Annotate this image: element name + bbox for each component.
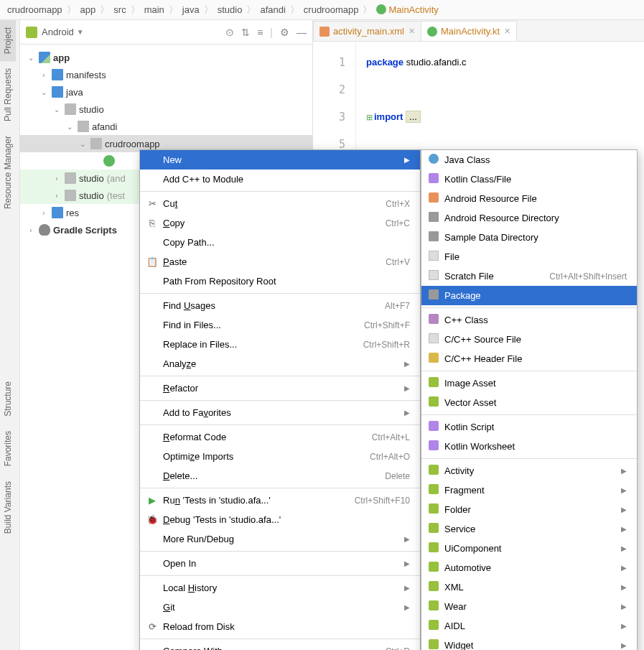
menu-xml[interactable]: XML▶ (421, 577, 637, 597)
submenu-arrow-icon: ▶ (621, 486, 627, 494)
menu-activity[interactable]: Activity▶ (421, 461, 637, 480)
crumb-crudroomapp[interactable]: crudroomapp (6, 4, 64, 15)
menu-c-c-header-file[interactable]: C/C++ Header File (421, 349, 637, 368)
rail-favorites[interactable]: Favorites (0, 424, 16, 473)
tree-manifests[interactable]: ›manifests (20, 66, 312, 83)
menu-label: Optimize Imports (163, 451, 355, 462)
menu-reformat-code[interactable]: Reformat CodeCtrl+Alt+L (140, 427, 420, 447)
rail-project[interactable]: Project (0, 20, 16, 61)
submenu-arrow-icon: ▶ (404, 360, 410, 368)
menu-java-class[interactable]: Java Class (421, 150, 637, 170)
menu-folder[interactable]: Folder▶ (421, 500, 637, 519)
collapse-icon[interactable]: ≡ (257, 27, 263, 38)
menu-copy-path-[interactable]: Copy Path... (140, 233, 420, 252)
menu-analyze[interactable]: Analyze▶ (140, 354, 420, 373)
menu-git[interactable]: Git▶ (140, 598, 420, 617)
menu-kotlin-class-file[interactable]: Kotlin Class/File (421, 170, 637, 189)
menu-delete-[interactable]: Delete...Delete (140, 466, 420, 486)
crumb-app[interactable]: app (79, 4, 98, 15)
minimize-icon[interactable]: — (297, 27, 307, 38)
breadcrumb[interactable]: crudroomapp〉app〉src〉main〉java〉studio〉afa… (0, 0, 644, 20)
menu-paste[interactable]: 📋PasteCtrl+V (140, 252, 420, 271)
menu-vector-asset[interactable]: Vector Asset (421, 393, 637, 412)
menu-kotlin-worksheet[interactable]: Kotlin Worksheet (421, 437, 637, 456)
fold-icon[interactable]: ⊞ (366, 113, 373, 121)
menu-aidl[interactable]: AIDL▶ (421, 616, 637, 636)
menu-compare-with-[interactable]: →←Compare With...Ctrl+D (140, 641, 420, 650)
menu-reload-from-disk[interactable]: ⟳Reload from Disk (140, 617, 420, 636)
dropdown-icon[interactable]: ▼ (77, 28, 84, 36)
tree-afandi[interactable]: ⌄afandi (20, 118, 312, 135)
menu-android-resource-file[interactable]: Android Resource File (421, 189, 637, 208)
menu-new[interactable]: New▶ (140, 150, 420, 170)
menu-add-to-favorites[interactable]: Add to Favorites▶ (140, 403, 420, 422)
menu-file[interactable]: File (421, 247, 637, 266)
menu-refactor[interactable]: Refactor▶ (140, 379, 420, 398)
crumb-studio[interactable]: studio (216, 4, 244, 15)
crumb-src[interactable]: src (112, 4, 127, 15)
menu-c-class[interactable]: C++ Class (421, 310, 637, 330)
tab-activity-main-xml[interactable]: activity_main.xml✕ (313, 21, 421, 41)
tree-studio[interactable]: ⌄studio (20, 101, 312, 118)
menu-kotlin-script[interactable]: Kotlin Script (421, 417, 637, 437)
menu-service[interactable]: Service▶ (421, 519, 637, 539)
menu-fragment[interactable]: Fragment▶ (421, 480, 637, 500)
crumb-main[interactable]: main (143, 4, 166, 15)
class-icon (376, 4, 386, 14)
code-body[interactable]: package studio.afandi.c ⊞import ... (356, 42, 467, 158)
menu-cut[interactable]: ✂CutCtrl+X (140, 194, 420, 213)
crumb-crudroomapp[interactable]: crudroomapp (302, 4, 360, 15)
menu-copy[interactable]: ⎘CopyCtrl+C (140, 213, 420, 233)
tab-mainactivity-kt[interactable]: MainActivity.kt✕ (421, 21, 517, 41)
menu-uicomponent[interactable]: UiComponent▶ (421, 539, 637, 558)
menu-sample-data-directory[interactable]: Sample Data Directory (421, 228, 637, 247)
close-icon[interactable]: ✕ (504, 27, 510, 36)
menu-local-history[interactable]: Local History▶ (140, 578, 420, 598)
menu-label: Java Class (444, 154, 627, 165)
gear-icon[interactable]: ⚙ (280, 27, 289, 38)
rail-build-variants[interactable]: Build Variants (0, 474, 16, 541)
item-icon: ⎘ (146, 218, 159, 228)
submenu-arrow-icon: ▶ (621, 544, 627, 552)
menu-path-from-repository-root[interactable]: Path From Repository Root (140, 271, 420, 291)
item-icon (427, 440, 440, 452)
close-icon[interactable]: ✕ (409, 27, 415, 36)
menu-automotive[interactable]: Automotive▶ (421, 558, 637, 577)
submenu-arrow-icon: ▶ (404, 603, 410, 611)
item-icon (427, 523, 440, 535)
menu-scratch-file[interactable]: Scratch FileCtrl+Alt+Shift+Insert (421, 266, 637, 286)
rail-resource-manager[interactable]: Resource Manager (0, 129, 16, 216)
crumb-java[interactable]: java (181, 4, 201, 15)
menu-label: Git (163, 602, 398, 613)
menu-optimize-imports[interactable]: Optimize ImportsCtrl+Alt+O (140, 447, 420, 466)
tree-java[interactable]: ⌄java (20, 83, 312, 101)
panel-title[interactable]: Android (42, 27, 74, 37)
menu-wear[interactable]: Wear▶ (421, 597, 637, 616)
menu-label: Reformat Code (163, 432, 358, 442)
menu-label: C/C++ Source File (444, 334, 627, 345)
crumb-MainActivity[interactable]: MainActivity (375, 4, 439, 15)
sort-icon[interactable]: ⇅ (241, 27, 250, 38)
tree-app[interactable]: ⌄app (20, 49, 312, 66)
target-icon[interactable]: ⊙ (225, 27, 234, 38)
shortcut: Ctrl+Alt+L (372, 432, 410, 442)
menu-image-asset[interactable]: Image Asset (421, 373, 637, 393)
rail-pull-requests[interactable]: Pull Requests (0, 61, 16, 129)
crumb-afandi[interactable]: afandi (258, 4, 286, 15)
rail-structure[interactable]: Structure (0, 374, 16, 424)
menu-label: Image Asset (444, 378, 627, 389)
menu-package[interactable]: Package (421, 286, 637, 305)
menu-c-c-source-file[interactable]: C/C++ Source File (421, 330, 637, 349)
menu-replace-in-files-[interactable]: Replace in Files...Ctrl+Shift+R (140, 335, 420, 354)
menu-more-run-debug[interactable]: More Run/Debug▶ (140, 529, 420, 549)
menu-android-resource-directory[interactable]: Android Resource Directory (421, 208, 637, 228)
menu-add-c-to-module[interactable]: Add C++ to Module (140, 170, 420, 189)
menu-run-tests-in-studio-afa-[interactable]: ▶Run 'Tests in 'studio.afa...'Ctrl+Shift… (140, 491, 420, 510)
menu-find-usages[interactable]: Find UsagesAlt+F7 (140, 296, 420, 315)
code-area[interactable]: 1235 package studio.afandi.c ⊞import ... (313, 42, 644, 158)
menu-find-in-files-[interactable]: Find in Files...Ctrl+Shift+F (140, 315, 420, 335)
menu-debug-tests-in-studio-afa-[interactable]: 🐞Debug 'Tests in 'studio.afa...' (140, 510, 420, 529)
menu-open-in[interactable]: Open In▶ (140, 554, 420, 573)
menu-label: UiComponent (444, 543, 615, 554)
menu-widget[interactable]: Widget▶ (421, 636, 637, 650)
